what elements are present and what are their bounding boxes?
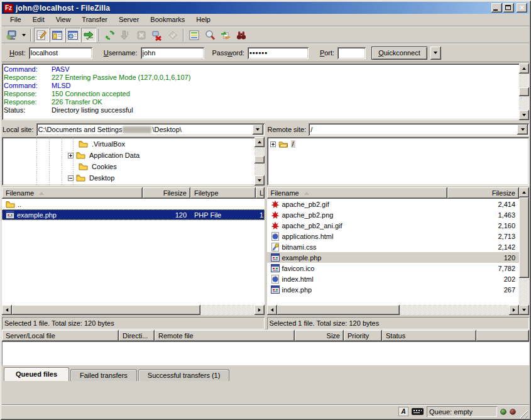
table-row[interactable]: bitnami.css 2,142 [267,241,520,252]
username-input[interactable] [141,47,204,59]
column-last-modified[interactable]: L [256,187,265,199]
cancel-button[interactable] [134,28,149,42]
column-filetype[interactable]: Filetype [190,187,256,199]
compare-button[interactable] [202,28,217,42]
expand-icon[interactable] [270,141,276,147]
menu-edit[interactable]: Edit [27,14,50,25]
tree-item-cookies[interactable]: Cookies [2,161,255,172]
column-remote-file[interactable]: Remote file [155,330,295,341]
column-filesize[interactable]: Filesize [447,187,520,199]
column-filename[interactable]: Filename [267,187,447,199]
toggle-queue-button[interactable] [81,28,96,42]
tree-item-root[interactable]: / [267,138,530,150]
remote-site-dropdown[interactable] [517,124,528,135]
column-priority[interactable]: Priority [344,330,382,341]
scrollbar-thumb[interactable] [12,305,200,315]
table-row[interactable]: apache_pb2.gif 2,414 [267,199,520,209]
tree-item-virtualbox[interactable]: .VirtualBox [2,138,255,150]
scroll-up-button[interactable] [255,137,265,147]
menu-file[interactable]: File [4,14,27,25]
local-horizontal-scrollbar[interactable] [2,305,265,315]
menu-help[interactable]: Help [190,14,216,25]
close-button[interactable]: ✕ [517,3,527,13]
data-type-ascii-icon[interactable]: A [398,407,408,416]
column-size[interactable]: Size [295,330,344,341]
find-files-button[interactable] [234,28,249,42]
toggle-local-tree-button[interactable] [50,28,65,42]
scroll-up-button[interactable] [519,64,529,74]
scrollbar-thumb[interactable] [519,87,529,96]
column-filename[interactable]: Filename [2,187,143,199]
queue-body[interactable] [2,341,529,365]
table-row[interactable]: apache_pb2_ani.gif 2,160 [267,220,520,231]
tab-failed-transfers[interactable]: Failed transfers [70,369,137,381]
process-queue-button[interactable] [118,28,133,42]
table-row[interactable]: index.php 267 [267,284,520,295]
scroll-down-button[interactable] [519,305,529,315]
local-site-dropdown[interactable] [253,124,263,135]
remote-site-combo[interactable]: / [309,123,529,136]
local-file-rows[interactable]: .. example.php 120 PHP File 1 [2,199,265,305]
scroll-left-button[interactable] [2,305,12,315]
minimize-button[interactable] [491,3,502,13]
disconnect-button[interactable] [150,28,165,42]
table-row[interactable]: .. [2,199,265,209]
menu-server[interactable]: Server [113,14,145,25]
site-manager-dropdown[interactable] [20,28,28,42]
reconnect-button[interactable] [165,28,180,42]
tab-queued-files[interactable]: Queued files [4,367,69,381]
remote-vertical-scrollbar[interactable] [519,187,529,315]
local-tree-scrollbar[interactable] [255,137,265,185]
quickconnect-dropdown[interactable] [430,47,441,60]
expand-icon[interactable] [68,153,74,158]
menu-transfer[interactable]: Transfer [76,14,113,25]
log-vertical-scrollbar[interactable] [519,64,529,120]
scrollbar-thumb[interactable] [277,305,400,315]
scrollbar-thumb[interactable] [255,156,265,163]
table-row[interactable]: apache_pb2.png 1,463 [267,209,520,220]
tree-item-application-data[interactable]: Application Data [2,150,255,161]
remote-file-rows[interactable]: apache_pb2.gif 2,414 apache_pb2.png 1,46… [267,199,520,305]
scroll-down-button[interactable] [519,110,529,120]
tree-item-desktop[interactable]: Desktop [2,172,255,184]
local-directory-tree[interactable]: .VirtualBox Application Data Cookies [2,137,265,185]
sync-browse-button[interactable] [218,28,233,42]
collapse-icon[interactable] [68,175,74,181]
table-row-selected[interactable]: example.php 120 PHP File 1 [2,209,265,220]
scroll-right-button[interactable] [509,305,519,315]
table-row[interactable]: favicon.ico 7,782 [267,263,520,274]
scroll-down-button[interactable] [255,175,265,185]
local-site-combo[interactable]: C:\Documents and Settings\Desktop\ [36,123,265,136]
menu-view[interactable]: View [50,14,77,25]
port-input[interactable] [337,47,366,59]
resize-grip[interactable] [519,408,528,418]
scrollbar-thumb[interactable] [519,197,529,278]
menu-bookmarks[interactable]: Bookmarks [145,14,190,25]
maximize-button[interactable] [503,3,514,13]
refresh-button[interactable] [102,28,118,42]
column-status[interactable]: Status [382,330,476,341]
table-row-selected[interactable]: example.php 120 [267,252,520,263]
remote-horizontal-scrollbar[interactable] [267,305,520,315]
scroll-right-button[interactable] [255,305,265,315]
table-row[interactable]: index.html 202 [267,274,520,284]
password-input[interactable] [248,47,309,59]
title-bar[interactable]: Fz john@localhost - FileZilla ✕ [2,2,529,14]
column-direction[interactable]: Directi... [119,330,155,341]
column-filesize[interactable]: Filesize [143,187,190,199]
speed-limit-icon[interactable] [412,408,424,415]
column-server-local-file[interactable]: Server/Local file [2,330,119,341]
toggle-log-button[interactable] [34,28,49,42]
tab-successful-transfers[interactable]: Successful transfers (1) [138,369,230,381]
reconnect-icon [167,29,179,41]
scroll-left-button[interactable] [267,305,277,315]
toggle-remote-tree-button[interactable] [65,28,80,42]
filter-button[interactable] [187,28,202,42]
folder-icon [6,201,15,208]
host-input[interactable] [29,47,92,59]
site-manager-button[interactable] [4,28,19,42]
remote-directory-tree[interactable]: / [267,137,530,185]
quickconnect-button[interactable]: Quickconnect [371,47,427,60]
scroll-up-button[interactable] [519,187,529,197]
table-row[interactable]: applications.html 2,713 [267,231,520,241]
